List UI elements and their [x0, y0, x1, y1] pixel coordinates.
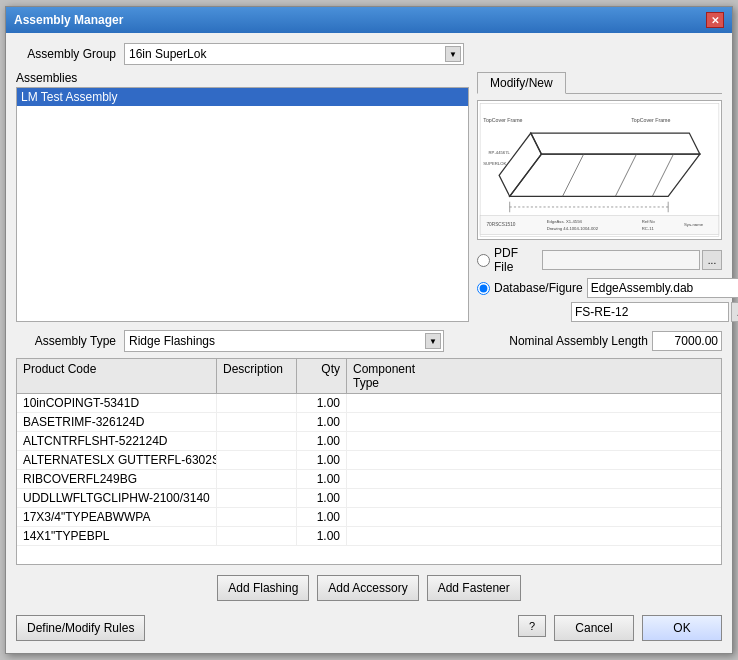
database-row: Database/Figure ...	[477, 278, 722, 298]
assembly-group-label: Assembly Group	[16, 47, 116, 61]
define-modify-rules-button[interactable]: Define/Modify Rules	[16, 615, 145, 641]
table-header: Product Code Description Qty Component T…	[17, 359, 721, 394]
table-row[interactable]: ALTCNTRFLSHT-522124D1.00	[17, 432, 721, 451]
td-description	[217, 413, 297, 431]
col-header-qty: Qty	[297, 359, 347, 393]
assemblies-section: Assemblies LM Test Assembly	[16, 71, 469, 322]
td-product: 14X1"TYPEBPL	[17, 527, 217, 545]
window-title: Assembly Manager	[14, 13, 123, 27]
td-component	[347, 489, 447, 507]
assembly-diagram: TopCover Frame TopCover Frame RP-44567L …	[478, 101, 721, 239]
preview-box: TopCover Frame TopCover Frame RP-44567L …	[477, 100, 722, 240]
td-qty: 1.00	[297, 527, 347, 545]
svg-text:70RSCS1510: 70RSCS1510	[486, 222, 515, 227]
pdf-label: PDF File	[494, 246, 538, 274]
td-description	[217, 508, 297, 526]
assembly-group-row: Assembly Group 16in SuperLok ▼	[16, 43, 722, 65]
td-product: 17X3/4"TYPEABWWPA	[17, 508, 217, 526]
td-product: UDDLLWFLTGCLIPHW-2100/3140	[17, 489, 217, 507]
td-component	[347, 508, 447, 526]
list-item[interactable]: LM Test Assembly	[17, 88, 468, 106]
assembly-type-label: Assembly Type	[16, 334, 116, 348]
svg-text:Sys-name: Sys-name	[684, 222, 704, 227]
footer-row: Define/Modify Rules ? Cancel OK	[16, 611, 722, 643]
col-header-component: Component Type	[347, 359, 447, 393]
help-button[interactable]: ?	[518, 615, 546, 637]
table-row[interactable]: 10inCOPINGT-5341D1.00	[17, 394, 721, 413]
title-bar: Assembly Manager ✕	[6, 7, 732, 33]
table-row[interactable]: RIBCOVERFL249BG1.00	[17, 470, 721, 489]
td-product: ALTERNATESLX GUTTERFL-6302Sig 200	[17, 451, 217, 469]
table-row[interactable]: ALTERNATESLX GUTTERFL-6302Sig 2001.00	[17, 451, 721, 470]
add-flashing-button[interactable]: Add Flashing	[217, 575, 309, 601]
ok-button[interactable]: OK	[642, 615, 722, 641]
database-label: Database/Figure	[494, 281, 583, 295]
td-description	[217, 470, 297, 488]
assembly-group-combo[interactable]: 16in SuperLok ▼	[124, 43, 464, 65]
td-product: RIBCOVERFL249BG	[17, 470, 217, 488]
assemblies-label: Assemblies	[16, 71, 469, 85]
table-row[interactable]: 17X3/4"TYPEABWWPA1.00	[17, 508, 721, 527]
tab-modify-new[interactable]: Modify/New	[477, 72, 566, 94]
pdf-file-input[interactable]	[542, 250, 700, 270]
svg-text:TopCover Frame: TopCover Frame	[483, 117, 522, 123]
pdf-browse-button[interactable]: ...	[702, 250, 722, 270]
td-description	[217, 489, 297, 507]
td-qty: 1.00	[297, 470, 347, 488]
footer-right-buttons: ? Cancel OK	[518, 615, 722, 641]
figure-row: ...	[477, 302, 722, 322]
svg-text:Ref:No: Ref:No	[642, 219, 656, 224]
td-description	[217, 527, 297, 545]
figure-input[interactable]	[571, 302, 729, 322]
svg-text:RC-11: RC-11	[642, 226, 655, 231]
td-component	[347, 432, 447, 450]
svg-text:EdgeAss. X1-4594: EdgeAss. X1-4594	[547, 219, 583, 224]
nominal-length-input[interactable]	[652, 331, 722, 351]
td-qty: 1.00	[297, 394, 347, 412]
svg-text:SUPERLOK: SUPERLOK	[483, 161, 506, 166]
td-qty: 1.00	[297, 413, 347, 431]
assembly-type-row: Assembly Type Ridge Flashings ▼ Nominal …	[16, 330, 722, 352]
assembly-type-select[interactable]: Ridge Flashings	[129, 331, 439, 351]
td-description	[217, 432, 297, 450]
nominal-length-row: Nominal Assembly Length	[452, 331, 722, 351]
right-panel: Modify/New	[477, 71, 722, 322]
database-radio[interactable]	[477, 282, 490, 295]
assemblies-listbox[interactable]: LM Test Assembly	[16, 87, 469, 322]
td-description	[217, 451, 297, 469]
main-content: Assemblies LM Test Assembly Modify/New	[16, 71, 722, 322]
pdf-radio[interactable]	[477, 254, 490, 267]
window-body: Assembly Group 16in SuperLok ▼ Assemblie…	[6, 33, 732, 653]
td-product: 10inCOPINGT-5341D	[17, 394, 217, 412]
svg-text:Drawing 44-1004-1004-002: Drawing 44-1004-1004-002	[547, 226, 599, 231]
svg-text:TopCover Frame: TopCover Frame	[631, 117, 670, 123]
add-fastener-button[interactable]: Add Fastener	[427, 575, 521, 601]
table-row[interactable]: UDDLLWFLTGCLIPHW-2100/31401.00	[17, 489, 721, 508]
td-component	[347, 527, 447, 545]
database-input-row: ...	[587, 278, 738, 298]
figure-browse-button[interactable]: ...	[731, 302, 738, 322]
database-file-input[interactable]	[587, 278, 738, 298]
td-component	[347, 451, 447, 469]
td-component	[347, 413, 447, 431]
add-buttons-row: Add Flashing Add Accessory Add Fastener	[16, 571, 722, 605]
tab-bar: Modify/New	[477, 71, 722, 94]
td-component	[347, 470, 447, 488]
table-row[interactable]: 14X1"TYPEBPL1.00	[17, 527, 721, 546]
assembly-type-combo[interactable]: Ridge Flashings ▼	[124, 330, 444, 352]
table-row[interactable]: BASETRIMF-326124D1.00	[17, 413, 721, 432]
assembly-manager-window: Assembly Manager ✕ Assembly Group 16in S…	[5, 6, 733, 654]
col-header-description: Description	[217, 359, 297, 393]
td-product: ALTCNTRFLSHT-522124D	[17, 432, 217, 450]
nominal-length-label: Nominal Assembly Length	[509, 334, 648, 348]
svg-text:RP-44567L: RP-44567L	[489, 150, 511, 155]
td-qty: 1.00	[297, 432, 347, 450]
col-header-product: Product Code	[17, 359, 217, 393]
assembly-group-select[interactable]: 16in SuperLok	[129, 44, 459, 64]
add-accessory-button[interactable]: Add Accessory	[317, 575, 418, 601]
cancel-button[interactable]: Cancel	[554, 615, 634, 641]
figure-input-row: ...	[571, 302, 738, 322]
file-options-group: PDF File ... Database/Figure ...	[477, 246, 722, 322]
td-qty: 1.00	[297, 508, 347, 526]
close-button[interactable]: ✕	[706, 12, 724, 28]
